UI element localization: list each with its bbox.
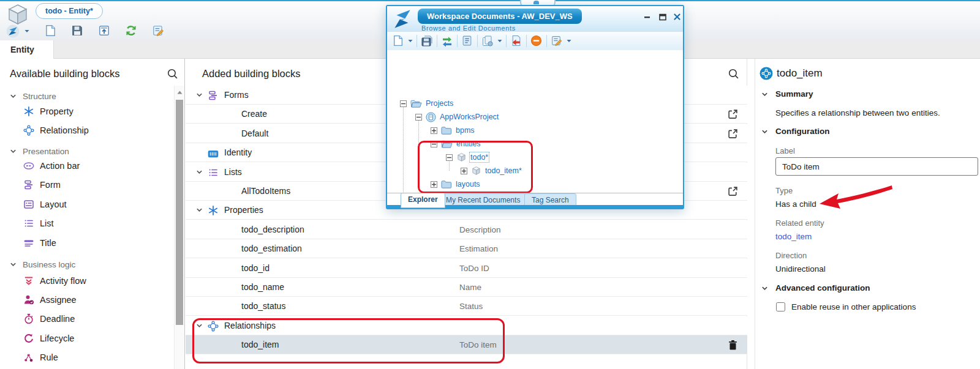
sync-arrows-icon[interactable] xyxy=(441,35,453,47)
open-in-new-icon[interactable] xyxy=(728,109,738,119)
sidebar-item-title[interactable]: Title xyxy=(23,235,56,251)
row-todo-id[interactable]: todo_id ToDo ID xyxy=(186,259,747,278)
tree-node-label[interactable]: AppWorksProject xyxy=(440,113,499,121)
row-todo-name[interactable]: todo_name Name xyxy=(186,278,747,297)
row-todo-status[interactable]: todo_status Status xyxy=(186,297,747,316)
chevron-down-icon xyxy=(196,169,203,176)
collapse-minus-icon[interactable] xyxy=(415,114,422,121)
appworks-menu-icon[interactable] xyxy=(6,24,20,38)
sidebar-item-rule[interactable]: Rule xyxy=(23,349,58,365)
sidebar-item-property[interactable]: Property xyxy=(23,103,74,119)
publish-icon[interactable] xyxy=(98,24,111,38)
advanced-configuration-header[interactable]: Advanced configuration xyxy=(775,283,870,293)
tree-node-label[interactable]: entities xyxy=(456,140,481,148)
row-todo-description[interactable]: todo_description Description xyxy=(186,220,747,239)
tab-explorer[interactable]: Explorer xyxy=(401,193,445,208)
copy-document-icon[interactable] xyxy=(481,35,494,47)
sidebar-scrollbar-thumb[interactable] xyxy=(176,100,183,325)
configuration-section-header[interactable]: Configuration xyxy=(775,127,829,136)
workspace-documents-window: Workspace Documents - AW_DEV_WS Browse a… xyxy=(386,5,684,209)
expand-plus-icon[interactable] xyxy=(431,127,437,134)
row-todo-estimation[interactable]: todo_estimation Estimation xyxy=(186,239,747,258)
document-tab[interactable]: todo - Entity* xyxy=(36,3,103,19)
middle-search-icon[interactable] xyxy=(728,68,739,80)
label-input[interactable] xyxy=(775,157,978,176)
open-in-new-icon[interactable] xyxy=(728,186,738,196)
tree-node-label-selected[interactable]: todo* xyxy=(470,153,488,162)
sidebar-item-activity-flow[interactable]: Activity flow xyxy=(23,273,86,289)
sidebar-section-business-logic[interactable]: Business logic xyxy=(10,256,75,272)
document-properties-icon[interactable] xyxy=(461,35,473,47)
tree-node-label[interactable]: todo_item* xyxy=(485,166,522,175)
sidebar-scrollbar-up-icon[interactable] xyxy=(175,88,184,97)
sidebar-item-list[interactable]: List xyxy=(23,215,54,231)
collapse-minus-icon[interactable] xyxy=(431,141,437,147)
row-description: Description xyxy=(459,220,501,239)
sidebar-section-presentation[interactable]: Presentation xyxy=(10,143,69,159)
row-todo-item-selected[interactable]: todo_item ToDo item xyxy=(186,335,747,354)
save-icon[interactable] xyxy=(71,24,85,38)
chevron-down-icon[interactable] xyxy=(761,129,768,135)
collapse-minus-icon[interactable] xyxy=(400,100,407,107)
popup-title[interactable]: Workspace Documents - AW_DEV_WS xyxy=(418,9,582,24)
row-label: Properties xyxy=(224,201,263,220)
form-icon xyxy=(208,90,219,101)
row-label: todo_status xyxy=(241,297,285,316)
title-icon xyxy=(23,237,34,248)
close-icon[interactable] xyxy=(671,12,683,22)
row-group-relationships[interactable]: Relationships xyxy=(186,316,747,335)
tab-entity[interactable]: Entity xyxy=(0,40,54,59)
inspector-title: todo_item xyxy=(777,67,823,80)
chevron-down-icon[interactable] xyxy=(761,285,768,292)
new-document-icon[interactable] xyxy=(44,24,58,38)
sidebar-item-action-bar[interactable]: Action bar xyxy=(23,158,80,174)
save-all-icon[interactable] xyxy=(421,35,433,47)
row-label: Create xyxy=(241,105,267,124)
deadline-icon xyxy=(23,313,34,324)
minimize-icon[interactable] xyxy=(641,12,653,22)
copy-document-caret-icon[interactable] xyxy=(497,39,502,43)
popup-explorer-tree: Projects AppWorksProject bpms entities xyxy=(387,50,683,193)
sidebar-item-layout[interactable]: Layout xyxy=(23,196,67,212)
refresh-icon[interactable] xyxy=(125,24,138,38)
row-label: Identity xyxy=(224,143,252,162)
appworks-menu-caret-icon[interactable] xyxy=(24,29,29,33)
expand-plus-icon[interactable] xyxy=(461,168,467,174)
item-label: Action bar xyxy=(40,161,80,171)
import-document-icon[interactable] xyxy=(510,35,522,47)
list-icon xyxy=(208,167,219,178)
maximize-icon[interactable] xyxy=(657,12,669,22)
collapse-minus-icon[interactable] xyxy=(446,154,453,161)
edit-form-icon[interactable] xyxy=(551,35,563,47)
expand-plus-icon[interactable] xyxy=(431,181,437,188)
delete-document-icon[interactable] xyxy=(530,35,543,47)
tree-node-label[interactable]: bpms xyxy=(456,126,475,135)
chevron-down-icon xyxy=(10,148,17,155)
project-icon xyxy=(426,112,436,122)
layout-icon xyxy=(23,199,34,210)
sidebar-item-deadline[interactable]: Deadline xyxy=(23,311,75,327)
type-field-caption: Type xyxy=(775,186,793,195)
related-entity-link[interactable]: todo_item xyxy=(775,232,812,241)
sidebar-item-form[interactable]: Form xyxy=(23,177,61,193)
sidebar-item-assignee[interactable]: Assignee xyxy=(23,292,77,308)
sidebar-search-icon[interactable] xyxy=(167,68,178,80)
tree-node-label[interactable]: Projects xyxy=(426,99,453,108)
middle-panel-title: Added building blocks xyxy=(202,68,301,80)
sidebar-item-relationship[interactable]: Relationship xyxy=(23,122,89,138)
enable-reuse-checkbox[interactable] xyxy=(776,302,785,311)
summary-section-header[interactable]: Summary xyxy=(775,89,813,99)
chevron-down-icon[interactable] xyxy=(761,91,768,98)
label-field-caption: Label xyxy=(775,146,795,155)
section-label: Presentation xyxy=(23,147,69,156)
open-in-new-icon[interactable] xyxy=(728,129,738,139)
delete-trash-icon[interactable] xyxy=(728,340,738,350)
tree-node-appworksproject: AppWorksProject xyxy=(415,111,499,123)
edit-form-caret-icon[interactable] xyxy=(567,39,571,43)
new-document-icon[interactable] xyxy=(392,35,404,47)
tree-node-label[interactable]: layouts xyxy=(456,180,480,188)
edit-document-icon[interactable] xyxy=(152,24,165,38)
new-document-caret-icon[interactable] xyxy=(408,39,413,43)
sidebar-item-lifecycle[interactable]: Lifecycle xyxy=(23,330,74,346)
sidebar-section-structure[interactable]: Structure xyxy=(10,88,56,104)
